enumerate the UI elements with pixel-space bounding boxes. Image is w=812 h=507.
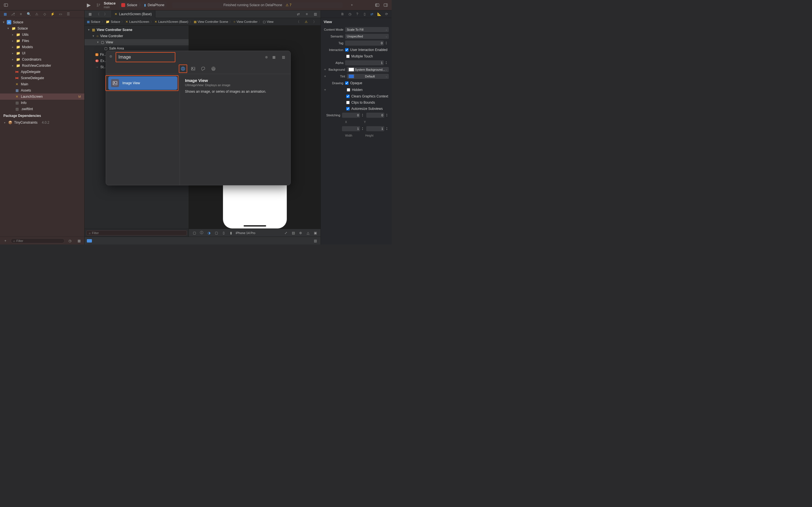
phone-icon[interactable]: ▮ (228, 230, 234, 235)
objects-tab-icon[interactable] (180, 66, 186, 72)
report-navigator-icon[interactable]: ☰ (65, 11, 71, 17)
clips-bounds-check[interactable] (346, 101, 350, 104)
tree-package[interactable]: ▸📦TinyConstraints 4.0.2 (0, 119, 84, 126)
jump-bar-right-icon[interactable]: 〉 (311, 18, 318, 25)
stepper-icon[interactable]: ▲▼ (362, 113, 364, 117)
add-tint-icon[interactable]: + (324, 74, 326, 78)
outline-filter[interactable]: ⌕Filter (86, 230, 187, 235)
grid-view-icon[interactable]: ▦ (270, 54, 277, 60)
device-label[interactable]: iPhone 14 Pro (236, 231, 255, 235)
stretch-w-field[interactable] (342, 126, 360, 131)
run-button[interactable]: ▶ (87, 2, 91, 8)
breadcrumb-item[interactable]: ▦ View Controller Scene (194, 20, 229, 24)
autoresize-check[interactable] (346, 107, 350, 110)
code-review-icon[interactable]: ⇄ (295, 11, 302, 17)
close-tab-icon[interactable]: ✕ (114, 12, 117, 16)
adjust-editor-icon[interactable]: ≡ (303, 11, 310, 17)
debug-panel-toggle-icon[interactable]: ▥ (312, 238, 318, 243)
scm-filter-icon[interactable]: ▦ (75, 238, 83, 244)
related-items-icon[interactable]: ▦ (86, 11, 94, 17)
alpha-field[interactable] (345, 60, 384, 65)
navigator-filter[interactable]: ⌕Filter (11, 238, 64, 243)
library-filter-icon[interactable]: ⊜ (109, 54, 115, 60)
back-button[interactable]: 〈 (94, 11, 101, 17)
tree-folder[interactable]: ▸📁RootViewController (0, 62, 84, 69)
tree-file[interactable]: ▦Assets (0, 87, 84, 94)
detail-view-icon[interactable]: ▥ (280, 54, 287, 60)
stepper-icon[interactable]: ▲▼ (386, 113, 389, 117)
view-as-icon[interactable]: ▢ (191, 230, 197, 235)
scheme-selector[interactable]: Solace 〉 ▮ DelaPhone (119, 2, 167, 8)
stepper-icon[interactable]: ▲▼ (386, 61, 389, 65)
stepper-icon[interactable]: ▲▼ (362, 127, 364, 131)
jump-bar-left-icon[interactable]: 〈 (294, 18, 301, 25)
size-inspector-icon[interactable]: 📐 (376, 11, 383, 17)
sidebar-left-icon[interactable] (2, 2, 10, 8)
align-icon[interactable]: ▤ (290, 230, 296, 235)
stepper-icon[interactable]: ▲▼ (386, 41, 389, 45)
device-config-icon[interactable]: ▢ (213, 230, 219, 235)
clear-search-icon[interactable]: ⊗ (265, 55, 268, 59)
pin-icon[interactable]: ⊕ (297, 230, 304, 235)
appearance-icon[interactable]: ◑ (206, 230, 212, 235)
tree-group[interactable]: ▼📁 Solace (0, 25, 84, 32)
tree-file[interactable]: ✕Main (0, 81, 84, 87)
status-warnings[interactable]: ⚠ 7 (286, 3, 292, 7)
media-tab-icon[interactable] (190, 66, 196, 72)
opaque-check[interactable] (345, 81, 349, 85)
find-navigator-icon[interactable]: 🔍 (26, 11, 32, 17)
tag-field[interactable] (345, 41, 384, 46)
editor-tab[interactable]: ✕ LaunchScreen (Base) (111, 10, 155, 18)
tree-file[interactable]: ⧓AppDelegate (0, 69, 84, 75)
forward-button[interactable]: 〉 (102, 11, 109, 17)
history-inspector-icon[interactable]: ◷ (347, 11, 353, 17)
outline-view[interactable]: ▼▢ View (85, 39, 189, 45)
issue-navigator-icon[interactable]: ⚠ (33, 11, 40, 17)
tree-file[interactable]: ⧓SceneDelegate (0, 75, 84, 81)
snippets-tab-icon[interactable] (210, 66, 216, 72)
identity-inspector-icon[interactable]: ▯ (361, 11, 368, 17)
jump-bar-warning-icon[interactable]: ⚠ (303, 18, 310, 25)
embed-icon[interactable]: ▣ (312, 230, 318, 235)
tree-folder[interactable]: ▸📁Files (0, 38, 84, 44)
help-inspector-icon[interactable]: ? (354, 11, 361, 17)
tree-folder[interactable]: ▸📁Models (0, 44, 84, 50)
add-files-button[interactable]: + (2, 238, 9, 244)
sidebar-right-icon[interactable] (382, 2, 389, 8)
breadcrumb-item[interactable]: ○ View Controller (234, 20, 257, 23)
attributes-inspector-icon[interactable]: ⇄ (368, 11, 375, 17)
connections-inspector-icon[interactable]: ⟳ (383, 11, 390, 17)
add-background-icon[interactable]: + (324, 68, 326, 71)
add-editor-split-icon[interactable]: ▥ (312, 11, 319, 17)
project-navigator-icon[interactable]: ▦ (2, 11, 8, 17)
outline-vc[interactable]: ▼○ View Controller (85, 33, 189, 39)
breadcrumb-item[interactable]: ▢ View (263, 20, 273, 24)
tree-file-selected[interactable]: ✕LaunchScreenM (0, 94, 84, 100)
tree-file[interactable]: ▤Info (0, 100, 84, 106)
stretch-y-field[interactable] (366, 113, 384, 118)
breadcrumb[interactable]: ▦ Solace〉 📁 Solace〉 ✕ LaunchScreen〉 ✕ La… (85, 18, 320, 25)
symbol-navigator-icon[interactable]: ≡ (17, 11, 24, 17)
breadcrumb-item[interactable]: ▦ Solace (87, 20, 100, 24)
user-interaction-check[interactable] (345, 48, 349, 52)
content-mode-select[interactable]: Scale To Fill (345, 27, 389, 32)
source-control-icon[interactable]: ⎇ (10, 11, 16, 17)
test-navigator-icon[interactable]: ◇ (41, 11, 48, 17)
orientation-icon[interactable]: ⓘ (199, 230, 205, 235)
library-toggle-icon[interactable] (373, 2, 381, 8)
breakpoint-navigator-icon[interactable]: ▭ (57, 11, 64, 17)
outline-scene[interactable]: ▼▦ View Controller Scene (85, 27, 189, 33)
hidden-check[interactable] (347, 88, 350, 92)
tree-folder[interactable]: ▸📁Utils (0, 32, 84, 38)
library-item-image-view[interactable]: Image View (108, 76, 177, 90)
debug-navigator-icon[interactable]: ⚡ (49, 11, 56, 17)
project-tree[interactable]: ▼A Solace ▼📁 Solace ▸📁Utils ▸📁Files ▸📁Mo… (0, 18, 84, 237)
color-tab-icon[interactable] (200, 66, 206, 72)
tree-file[interactable]: ▤.swiftlint (0, 106, 84, 112)
clears-graphics-check[interactable] (346, 95, 350, 98)
breadcrumb-item[interactable]: ✕ LaunchScreen (Base) (154, 20, 188, 24)
tree-root[interactable]: ▼A Solace (0, 19, 84, 25)
add-editor-button[interactable]: + (348, 2, 356, 8)
file-inspector-icon[interactable]: 🗎 (339, 11, 346, 17)
breadcrumb-item[interactable]: ✕ LaunchScreen (125, 20, 149, 24)
